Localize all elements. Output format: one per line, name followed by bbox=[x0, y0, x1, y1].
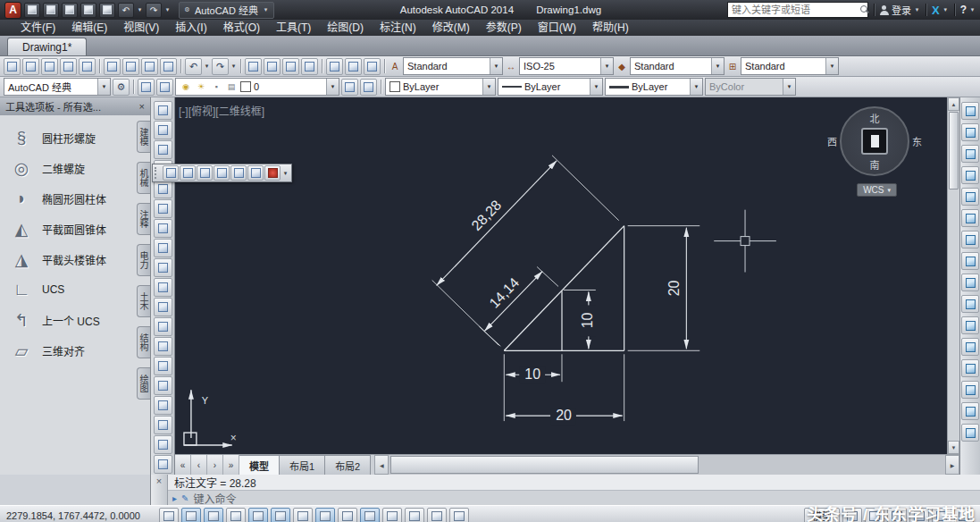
mesh-tool-icon[interactable] bbox=[961, 402, 979, 420]
mesh-tool-icon[interactable] bbox=[961, 166, 979, 184]
qat-open-icon[interactable] bbox=[43, 3, 59, 18]
qat-saveas-icon[interactable] bbox=[80, 3, 96, 18]
mini-tool-icon-4[interactable] bbox=[214, 165, 230, 181]
mini-tool-icon-6[interactable] bbox=[247, 165, 264, 181]
tool-cylindrical-helix[interactable]: § 圆柱形螺旋 bbox=[11, 122, 150, 153]
layer-combo[interactable]: ◉ ☀ ▪ ▤ 0 ▼ bbox=[175, 78, 339, 96]
tool-pyramid-frustum[interactable]: ◮ 平截头楼锥体 bbox=[11, 244, 150, 274]
tool-3d-align[interactable]: ▱ 三维对齐 bbox=[11, 335, 150, 366]
tool-2d-spiral[interactable]: ◎ 二维螺旋 bbox=[11, 153, 150, 183]
palette-group-tab-civil[interactable]: 土木 bbox=[137, 285, 150, 317]
mesh-tool-icon[interactable] bbox=[961, 123, 979, 141]
previous-layout-icon[interactable]: ‹ bbox=[191, 455, 207, 475]
mesh-tool-icon[interactable] bbox=[961, 274, 979, 291]
paste-icon[interactable] bbox=[141, 58, 158, 75]
mesh-tool-icon[interactable] bbox=[961, 252, 979, 270]
mini-tool-icon-3[interactable] bbox=[197, 165, 213, 181]
toggle-ducs[interactable] bbox=[338, 508, 357, 522]
open-icon[interactable] bbox=[22, 58, 39, 75]
tool-previous-ucs[interactable]: ↰ 上一个 UCS bbox=[11, 305, 150, 335]
toggle-osnap[interactable] bbox=[271, 508, 290, 522]
toggle-quick-properties[interactable] bbox=[427, 508, 447, 522]
toggle-3d-osnap[interactable] bbox=[293, 508, 313, 522]
mini-tool-icon-2[interactable] bbox=[180, 165, 196, 181]
viewcube[interactable]: 北 南 西 东 bbox=[840, 106, 909, 176]
autocad-logo-icon[interactable]: A bbox=[4, 2, 21, 19]
dim-style-combo[interactable]: ISO-25 ▼ bbox=[519, 57, 614, 75]
mesh-tool-icon[interactable] bbox=[961, 359, 979, 377]
last-layout-icon[interactable]: » bbox=[223, 455, 239, 475]
redo-dropdown-icon[interactable]: ▾ bbox=[230, 63, 237, 70]
scroll-down-icon[interactable]: ▼ bbox=[948, 441, 959, 454]
toggle-dyn[interactable] bbox=[360, 508, 380, 522]
revcloud-icon[interactable] bbox=[154, 239, 172, 257]
mesh-tool-icon[interactable] bbox=[961, 316, 979, 334]
save-icon[interactable] bbox=[41, 58, 58, 75]
tab-layout2[interactable]: 布局2 bbox=[325, 455, 371, 475]
insert-block-icon[interactable] bbox=[154, 317, 172, 336]
qat-plot-icon[interactable] bbox=[99, 3, 115, 18]
menu-help[interactable]: 帮助(H) bbox=[584, 20, 637, 36]
chevron-down-icon[interactable]: ▼ bbox=[711, 58, 724, 74]
plot-preview-icon[interactable] bbox=[79, 58, 96, 75]
toolbar-overflow-icon[interactable]: ▾ bbox=[281, 170, 289, 177]
horizontal-scrollbar[interactable]: ◀ ▶ bbox=[374, 455, 959, 475]
mtext-icon[interactable] bbox=[154, 455, 172, 474]
palette-group-tab-modeling[interactable]: 建模 bbox=[137, 121, 150, 153]
layer-on-icon[interactable]: ◉ bbox=[180, 80, 192, 93]
qat-redo-dropdown-icon[interactable]: ▾ bbox=[164, 6, 171, 13]
viewport-controls[interactable]: [-][俯视][二维线框] bbox=[179, 103, 264, 118]
qat-undo-icon[interactable]: ↶ bbox=[118, 3, 134, 18]
mesh-tool-icon[interactable] bbox=[961, 338, 979, 356]
properties-icon[interactable] bbox=[326, 58, 343, 75]
viewcube-south[interactable]: 南 bbox=[870, 157, 880, 172]
menu-file[interactable]: 文件(F) bbox=[13, 20, 63, 36]
layer-freeze-icon[interactable]: ☀ bbox=[195, 80, 207, 93]
undo-icon[interactable]: ↶ bbox=[185, 58, 202, 75]
menu-dimension[interactable]: 标注(N) bbox=[372, 20, 424, 36]
linetype-combo[interactable]: ByLayer ▼ bbox=[498, 78, 603, 96]
exchange-apps-icon[interactable]: X bbox=[932, 4, 940, 17]
layer-previous-icon[interactable] bbox=[360, 79, 377, 96]
zoom-window-icon[interactable] bbox=[282, 58, 299, 75]
redo-icon[interactable]: ↷ bbox=[212, 58, 229, 75]
viewcube-west[interactable]: 西 bbox=[827, 134, 837, 148]
make-layer-current-icon[interactable] bbox=[341, 79, 358, 96]
ellipse-arc-icon[interactable] bbox=[154, 298, 172, 316]
vertical-scroll-thumb[interactable] bbox=[949, 112, 959, 189]
chevron-down-icon[interactable]: ▼ bbox=[825, 58, 838, 74]
scroll-right-icon[interactable]: ▶ bbox=[945, 455, 959, 475]
viewcube-east[interactable]: 东 bbox=[912, 134, 922, 148]
table-style-combo[interactable]: Standard ▼ bbox=[741, 57, 839, 75]
cut-icon[interactable] bbox=[104, 58, 121, 75]
mleader-style-combo[interactable]: Standard ▼ bbox=[630, 57, 725, 75]
workspace-switcher[interactable]: ⚙ AutoCAD 经典 ▾ bbox=[179, 2, 274, 19]
mini-tool-icon-1[interactable] bbox=[163, 165, 179, 181]
mini-tool-icon-7[interactable] bbox=[264, 165, 281, 181]
search-input[interactable] bbox=[730, 4, 860, 16]
menu-view[interactable]: 视图(V) bbox=[115, 20, 167, 36]
circle-icon[interactable] bbox=[154, 219, 172, 238]
qat-redo-icon[interactable]: ↷ bbox=[146, 3, 162, 18]
line-icon[interactable] bbox=[154, 101, 172, 120]
make-block-icon[interactable] bbox=[154, 337, 172, 356]
chevron-down-icon[interactable]: ▼ bbox=[490, 58, 502, 74]
spline-icon[interactable] bbox=[154, 258, 172, 277]
tab-layout1[interactable]: 布局1 bbox=[280, 455, 325, 475]
toggle-transparency[interactable] bbox=[405, 508, 424, 522]
signin-button[interactable]: 登录 bbox=[892, 3, 911, 17]
palette-group-tab-structural[interactable]: 结构 bbox=[137, 326, 150, 358]
chevron-down-icon[interactable]: ▼ bbox=[690, 79, 702, 95]
floating-mini-toolbar[interactable]: ▾ bbox=[152, 164, 292, 182]
menu-modify[interactable]: 修改(M) bbox=[424, 20, 478, 36]
tool-palette-header[interactable]: 工具选项板 - 所有选... × bbox=[0, 97, 150, 115]
qat-new-icon[interactable] bbox=[24, 3, 40, 18]
palette-group-tab-electrical[interactable]: 电力 bbox=[137, 244, 150, 276]
palette-group-tab-draw[interactable]: 绘图 bbox=[137, 367, 150, 400]
region-icon[interactable] bbox=[154, 416, 172, 434]
menu-insert[interactable]: 插入(I) bbox=[167, 20, 214, 36]
zoom-previous-icon[interactable] bbox=[301, 58, 318, 75]
layer-lock-icon[interactable]: ▪ bbox=[210, 80, 222, 93]
scroll-up-icon[interactable]: ▲ bbox=[948, 97, 959, 111]
menu-window[interactable]: 窗口(W) bbox=[530, 20, 584, 36]
